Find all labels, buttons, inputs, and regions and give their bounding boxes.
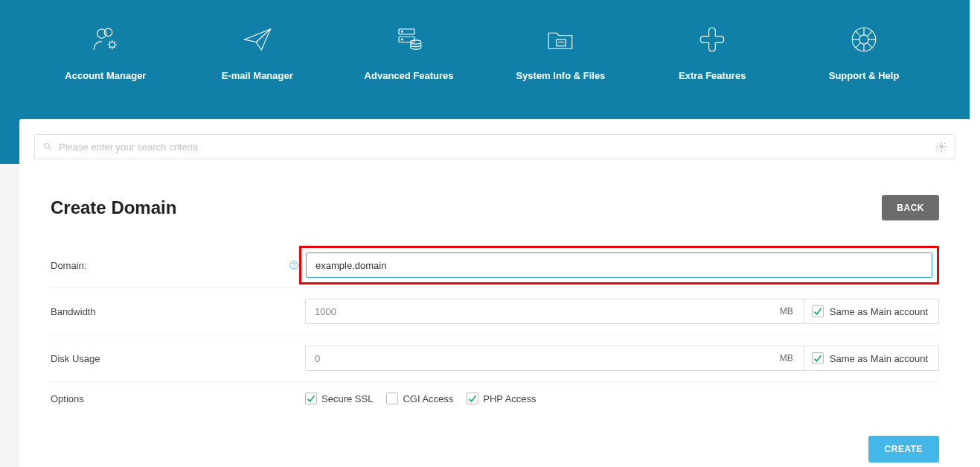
search-input[interactable] [59, 142, 935, 153]
nav-system-info[interactable]: System Info & Files [496, 24, 626, 81]
label-disk-usage: Disk Usage [51, 353, 305, 364]
bandwidth-same-label: Same as Main account [830, 306, 928, 317]
nav-support-help[interactable]: Support & Help [799, 24, 929, 81]
bandwidth-unit: MB [769, 299, 804, 324]
search-bar [34, 134, 955, 159]
svg-point-7 [401, 39, 403, 40]
domain-highlight-box [299, 246, 939, 285]
opt-secure-ssl[interactable]: Secure SSL [305, 393, 373, 404]
nav-account-manager-label: Account Manager [65, 70, 146, 81]
nav-advanced-features[interactable]: Advanced Features [344, 24, 474, 81]
svg-point-21 [44, 143, 49, 148]
opt-secure-ssl-label: Secure SSL [321, 393, 373, 404]
page-title: Create Domain [51, 197, 176, 218]
opt-cgi-access-checkbox[interactable] [386, 393, 398, 404]
nav-email-manager[interactable]: E-mail Manager [192, 24, 322, 81]
users-gear-icon [90, 24, 121, 70]
nav-system-info-label: System Info & Files [516, 70, 605, 81]
bandwidth-input[interactable] [305, 299, 769, 324]
svg-line-19 [867, 31, 872, 36]
server-db-icon [394, 24, 425, 70]
opt-cgi-access-label: CGI Access [403, 393, 453, 404]
svg-point-1 [104, 28, 112, 36]
create-button[interactable]: CREATE [868, 436, 939, 463]
nav-email-manager-label: E-mail Manager [222, 70, 293, 81]
nav-extra-features-label: Extra Features [679, 70, 746, 81]
lifebuoy-icon [848, 24, 880, 70]
window-right-edge [970, 0, 980, 467]
disk-same-label: Same as Main account [830, 353, 928, 364]
opt-php-access-checkbox[interactable] [467, 393, 478, 404]
main-panel: Create Domain BACK Domain: Bandwidth MB [19, 119, 970, 467]
label-domain: Domain: [51, 260, 305, 271]
svg-point-25 [294, 267, 295, 268]
bandwidth-same-as[interactable]: Same as Main account [804, 299, 939, 324]
disk-same-as[interactable]: Same as Main account [804, 346, 939, 371]
svg-line-20 [856, 42, 861, 48]
plus-icon [696, 24, 728, 70]
label-options: Options [51, 393, 305, 404]
disk-same-checkbox[interactable] [812, 352, 824, 364]
disk-input[interactable] [305, 346, 769, 371]
nav-account-manager[interactable]: Account Manager [40, 24, 170, 81]
label-bandwidth: Bandwidth [51, 306, 305, 317]
svg-line-22 [49, 148, 51, 150]
nav-advanced-features-label: Advanced Features [365, 70, 454, 81]
help-icon[interactable] [289, 260, 299, 270]
folder-file-icon [545, 24, 576, 70]
svg-line-3 [256, 29, 270, 42]
disk-unit: MB [769, 346, 804, 371]
search-icon [42, 142, 53, 152]
gear-icon[interactable] [935, 141, 947, 153]
svg-point-6 [401, 31, 403, 33]
svg-rect-9 [557, 39, 566, 46]
svg-line-18 [867, 42, 872, 48]
opt-php-access[interactable]: PHP Access [467, 393, 536, 404]
svg-line-17 [856, 31, 861, 36]
svg-point-23 [940, 145, 943, 148]
opt-php-access-label: PHP Access [483, 393, 536, 404]
nav-support-help-label: Support & Help [829, 70, 900, 81]
nav-extra-features[interactable]: Extra Features [647, 24, 778, 81]
opt-cgi-access[interactable]: CGI Access [386, 393, 453, 404]
bandwidth-same-checkbox[interactable] [812, 305, 824, 317]
opt-secure-ssl-checkbox[interactable] [305, 393, 317, 404]
svg-point-12 [859, 35, 868, 44]
domain-input[interactable] [306, 252, 932, 278]
back-button[interactable]: BACK [882, 195, 939, 220]
paper-plane-icon [242, 24, 273, 70]
svg-point-2 [109, 42, 115, 48]
